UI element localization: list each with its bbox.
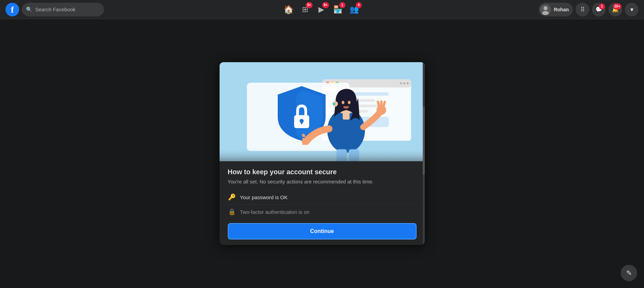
- compose-icon: ✎: [626, 269, 632, 277]
- messenger-button[interactable]: 💬 1: [592, 3, 606, 16]
- navbar: f 🔍 🏠 ⊞ 9+ ▶ 9+ 🏪 1 👥 4: [0, 0, 644, 19]
- search-bar[interactable]: 🔍: [22, 3, 104, 16]
- notifications-button[interactable]: 🔔 20+: [608, 3, 622, 16]
- svg-point-27: [343, 106, 349, 109]
- security-item-2fa: 🔒 Two-factor authentication is on: [228, 204, 417, 219]
- modal-scrollbar[interactable]: [423, 62, 425, 245]
- avatar: [540, 4, 551, 15]
- key-icon: 🔑: [228, 193, 236, 201]
- continue-button-label: Continue: [310, 228, 334, 234]
- svg-rect-36: [220, 148, 425, 161]
- svg-point-11: [407, 82, 409, 84]
- svg-point-10: [403, 82, 405, 84]
- user-chip[interactable]: Rohan: [539, 3, 573, 16]
- nav-reel-button[interactable]: ⊞ 9+: [297, 1, 313, 18]
- nav-marketplace-button[interactable]: 🏪 1: [330, 1, 346, 18]
- svg-point-26: [348, 101, 351, 104]
- 2fa-status-text: Two-factor authentication is on: [240, 209, 310, 215]
- modal-body: How to keep your account secure You're a…: [220, 161, 425, 219]
- nav-right: Rohan ⠿ 💬 1 🔔 20+ ▾: [539, 3, 639, 16]
- home-icon: 🏠: [284, 5, 294, 14]
- search-input[interactable]: [35, 6, 100, 12]
- fb-logo-letter: f: [11, 5, 14, 14]
- nav-home-button[interactable]: 🏠: [280, 1, 297, 18]
- compose-button[interactable]: ✎: [621, 265, 637, 281]
- lock-icon: 🔒: [228, 208, 236, 216]
- search-icon: 🔍: [26, 6, 32, 13]
- messenger-badge: 1: [599, 3, 605, 10]
- security-illustration-svg: [220, 62, 425, 161]
- svg-point-25: [342, 101, 344, 104]
- svg-rect-35: [343, 113, 350, 120]
- group-badge: 4: [356, 2, 362, 8]
- modal-footer: Continue: [220, 219, 425, 245]
- apps-button[interactable]: ⠿: [576, 3, 589, 16]
- main-content: How to keep your account secure You're a…: [0, 19, 644, 288]
- svg-point-1: [543, 6, 548, 10]
- svg-rect-20: [301, 121, 302, 124]
- facebook-logo[interactable]: f: [5, 3, 19, 16]
- svg-point-29: [377, 105, 386, 115]
- modal-subtitle: You're all set. No security actions are …: [228, 179, 417, 184]
- apps-icon: ⠿: [580, 6, 585, 13]
- notifications-badge: 20+: [613, 3, 621, 10]
- svg-point-9: [400, 82, 402, 84]
- reel-badge: 9+: [306, 2, 312, 8]
- chevron-down-icon: ▾: [630, 6, 633, 13]
- modal-illustration: [220, 62, 425, 161]
- video-badge: 9+: [322, 2, 329, 8]
- password-status-text: Your password is OK: [240, 194, 288, 200]
- nav-groups-button[interactable]: 👥 4: [346, 1, 363, 18]
- scrollbar-thumb[interactable]: [423, 107, 425, 175]
- svg-line-32: [378, 102, 379, 106]
- nav-center: 🏠 ⊞ 9+ ▶ 9+ 🏪 1 👥 4: [104, 1, 539, 18]
- nav-video-button[interactable]: ▶ 9+: [313, 1, 330, 18]
- continue-button[interactable]: Continue: [228, 223, 417, 239]
- store-badge: 1: [339, 2, 345, 8]
- security-modal: How to keep your account secure You're a…: [220, 62, 425, 245]
- user-name: Rohan: [554, 7, 569, 12]
- svg-line-31: [384, 102, 385, 106]
- security-item-password: 🔑 Your password is OK: [228, 190, 417, 204]
- modal-title: How to keep your account secure: [228, 168, 417, 176]
- svg-point-24: [333, 102, 336, 105]
- account-dropdown-button[interactable]: ▾: [625, 3, 639, 16]
